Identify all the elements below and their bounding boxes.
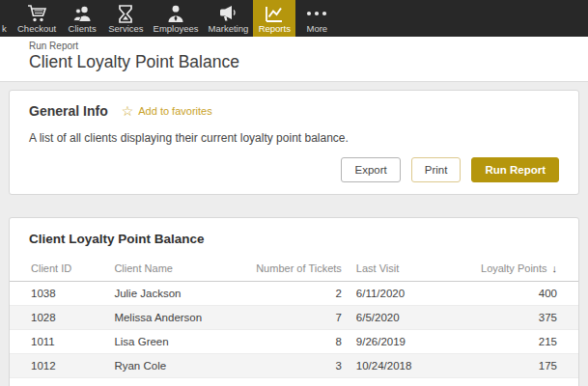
cell-client-name: Ryan Cole: [114, 354, 253, 378]
table-row[interactable]: 1028Melissa Anderson76/5/2020375: [10, 306, 578, 330]
cell-client-id: 1038: [10, 282, 114, 306]
sort-descending-icon: ↓: [552, 262, 558, 274]
cell-last-visit: 12/27/2018: [342, 378, 481, 386]
cell-last-visit: 10/24/2018: [342, 354, 481, 378]
table-row[interactable]: 1012Ryan Cole310/24/2018175: [10, 354, 578, 378]
cell-points: 113: [481, 378, 578, 386]
top-navbar: k Checkout Cli: [0, 0, 588, 37]
cell-client-name: Lisa Green: [114, 330, 253, 354]
chart-icon: [265, 4, 284, 23]
cell-last-visit: 6/5/2020: [342, 306, 481, 330]
column-header-loyalty-points-label: Loyalty Points: [481, 262, 546, 274]
table-row[interactable]: 1038Julie Jackson26/11/2020400: [10, 282, 578, 306]
page-header: Run Report Client Loyalty Point Balance: [0, 37, 588, 82]
cell-tickets: 2: [253, 282, 342, 306]
nav-item-label: Marketing: [209, 23, 249, 34]
general-info-title: General Info: [29, 103, 108, 119]
table-body: 1038Julie Jackson26/11/20204001028Meliss…: [10, 282, 578, 386]
breadcrumb[interactable]: Run Report: [29, 41, 588, 51]
nav-item-checkout[interactable]: Checkout: [13, 0, 61, 37]
page-title: Client Loyalty Point Balance: [29, 52, 588, 72]
print-button[interactable]: Print: [411, 157, 462, 182]
run-report-button[interactable]: Run Report: [471, 157, 559, 182]
content-area: General Info ☆ Add to favorites A list o…: [0, 82, 588, 386]
general-info-card: General Info ☆ Add to favorites A list o…: [9, 90, 579, 195]
cell-client-id: 1026: [10, 378, 114, 386]
nav-item-label: Checkout: [17, 23, 56, 34]
column-header-client-id[interactable]: Client ID: [10, 258, 114, 282]
cell-tickets: 4: [253, 378, 342, 386]
general-info-header: General Info ☆ Add to favorites: [29, 103, 559, 119]
column-header-loyalty-points[interactable]: Loyalty Points↓: [481, 258, 578, 282]
app-screen: k Checkout Cli: [0, 0, 588, 386]
add-to-favorites-link[interactable]: ☆ Add to favorites: [122, 104, 212, 118]
cell-tickets: 7: [253, 306, 342, 330]
nav-item-label: k: [2, 23, 7, 34]
cell-points: 400: [481, 282, 578, 306]
cell-client-id: 1011: [10, 330, 114, 354]
cell-last-visit: 9/26/2019: [342, 330, 481, 354]
nav-item-truncated[interactable]: k: [0, 0, 13, 37]
export-button[interactable]: Export: [341, 157, 400, 182]
cell-client-name: Melissa Anderson: [114, 306, 253, 330]
employee-icon: [167, 4, 184, 23]
megaphone-icon: [218, 4, 238, 23]
ellipsis-icon: [306, 4, 327, 23]
nav-item-more[interactable]: More: [295, 0, 338, 37]
cart-icon: [27, 4, 47, 23]
nav-item-label: Employees: [154, 23, 199, 34]
nav-item-marketing[interactable]: Marketing: [204, 0, 254, 37]
nav-item-clients[interactable]: Clients: [61, 0, 103, 37]
cell-points: 175: [481, 354, 578, 378]
report-description: A list of all clients displaying their c…: [29, 131, 559, 145]
nav-item-reports[interactable]: Reports: [253, 0, 295, 37]
add-to-favorites-label: Add to favorites: [138, 105, 211, 117]
report-table-title: Client Loyalty Point Balance: [10, 230, 578, 258]
cell-last-visit: 6/11/2020: [342, 282, 481, 306]
column-header-client-name[interactable]: Client Name: [114, 258, 253, 282]
column-header-tickets[interactable]: Number of Tickets: [253, 258, 342, 282]
hourglass-icon: [118, 4, 133, 23]
loyalty-points-table: Client ID Client Name Number of Tickets …: [10, 258, 578, 386]
star-outline-icon: ☆: [122, 104, 134, 118]
column-header-last-visit[interactable]: Last Visit: [342, 258, 481, 282]
table-row[interactable]: 1026Jake Cole412/27/2018113: [10, 378, 578, 386]
cell-client-name: Julie Jackson: [114, 282, 253, 306]
report-table-card: Client Loyalty Point Balance Client ID C…: [9, 217, 579, 386]
report-actions: Export Print Run Report: [29, 157, 559, 182]
cell-points: 375: [481, 306, 578, 330]
table-header-row: Client ID Client Name Number of Tickets …: [10, 258, 578, 282]
table-row[interactable]: 1011Lisa Green89/26/2019215: [10, 330, 578, 354]
cell-client-name: Jake Cole: [114, 378, 253, 386]
clients-icon: [72, 4, 92, 23]
nav-item-label: Clients: [69, 23, 97, 34]
nav-item-label: Services: [108, 23, 143, 34]
cell-client-id: 1012: [10, 354, 114, 378]
nav-item-label: More: [306, 23, 327, 34]
nav-item-label: Reports: [259, 23, 291, 34]
cell-tickets: 8: [253, 330, 342, 354]
cell-client-id: 1028: [10, 306, 114, 330]
nav-item-services[interactable]: Services: [103, 0, 148, 37]
cell-points: 215: [481, 330, 578, 354]
nav-item-employees[interactable]: Employees: [149, 0, 204, 37]
cell-tickets: 3: [253, 354, 342, 378]
